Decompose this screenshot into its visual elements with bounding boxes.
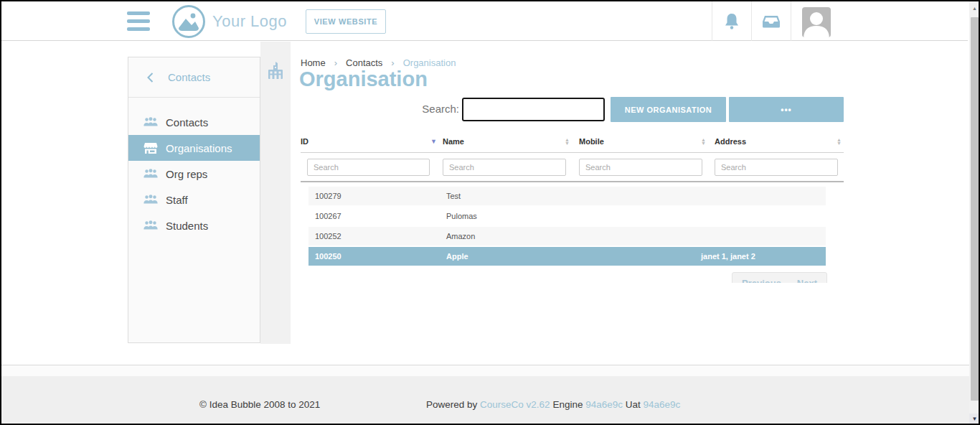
logo-text: Your Logo [212,12,287,31]
user-avatar[interactable] [802,7,831,37]
pagination-previous-button[interactable]: Previous [742,278,781,284]
scrollbar-thumb[interactable] [971,17,979,401]
sort-both-icon: ▲▼ [565,138,570,145]
column-header-name[interactable]: Name ▲▼ [443,134,570,149]
inbox-icon [762,14,781,29]
table-row[interactable]: 100267 Pulomas [308,207,826,225]
sort-both-icon: ▲▼ [837,138,842,145]
app-viewport: Your Logo VIEW WEBSITE [0,0,980,425]
table-row[interactable]: 100279 Test [308,187,826,205]
filter-input-mobile[interactable] [579,159,702,176]
pagination-next-button[interactable]: Next [797,278,817,284]
top-header: Your Logo VIEW WEBSITE [1,1,968,41]
people-group-icon [143,168,159,179]
sidebar-item-contacts[interactable]: Contacts [128,109,260,135]
new-organisation-button[interactable]: NEW ORGANISATION [611,97,726,122]
column-header-id[interactable]: ID ▼ [301,134,437,149]
scrollbar-up-icon[interactable]: ▲ [969,3,980,13]
header-divider [791,1,791,41]
people-group-icon [143,116,159,128]
school-building-icon[interactable] [268,62,283,80]
chevron-left-icon [147,73,154,83]
notifications-button[interactable] [712,1,751,41]
breadcrumb: Home › Contacts › Organisation [301,57,456,68]
table-filter-divider [301,181,844,182]
pagination: Previous Next [732,272,827,283]
view-website-button[interactable]: VIEW WEBSITE [306,9,386,34]
logo-image-icon [172,5,205,38]
sidebar-item-label: Students [166,220,208,232]
sidebar-item-label: Staff [166,194,188,206]
search-label: Search: [387,103,459,115]
column-header-address[interactable]: Address ▲▼ [715,134,842,149]
table-body: 100279 Test 100267 Pulomas 100252 Amazon… [301,185,844,283]
collapsed-nav-strip [260,42,291,344]
column-header-mobile[interactable]: Mobile ▲▼ [579,134,706,149]
logo[interactable]: Your Logo [172,5,287,38]
sidebar-item-label: Contacts [166,116,208,129]
footer-powered-by: Powered by CourseCo v2.62 Engine 94a6e9c… [426,399,680,410]
inbox-button[interactable] [752,1,791,41]
table-row-selected[interactable]: 100250 Apple janet 1, janet 2 [308,247,826,266]
filter-input-address[interactable] [715,159,838,176]
sidebar-item-label: Organisations [166,142,232,154]
sidebar-item-organisations[interactable]: Organisations [128,135,260,161]
table-header-divider [301,152,844,153]
bell-icon [724,13,740,30]
breadcrumb-current: Organisation [403,57,456,68]
breadcrumb-separator: › [334,57,337,68]
sort-both-icon: ▲▼ [701,138,706,145]
sidebar-back-header[interactable]: Contacts [128,57,260,98]
sidebar-item-students[interactable]: Students [128,212,260,238]
breadcrumb-home[interactable]: Home [301,57,326,68]
uat-hash-link[interactable]: 94a6e9c [644,399,681,410]
sort-desc-icon: ▼ [430,139,437,145]
breadcrumb-contacts[interactable]: Contacts [346,57,382,68]
store-icon [143,142,159,154]
hamburger-menu-icon[interactable] [127,11,150,31]
page-title: Organisation [299,67,428,91]
people-group-icon [143,220,159,231]
sidebar-item-org-reps[interactable]: Org reps [128,161,260,187]
sidebar-section-title: Contacts [168,71,210,83]
search-input[interactable] [462,98,605,121]
footer-copyright: © Idea Bubble 2008 to 2021 [199,399,320,410]
breadcrumb-separator: › [391,57,394,68]
sidebar-item-label: Org reps [166,168,207,180]
person-icon [802,10,831,37]
courseco-version-link[interactable]: CourseCo v2.62 [480,399,550,410]
more-actions-button[interactable]: ••• [729,97,844,122]
table-row[interactable]: 100252 Amazon [308,227,826,246]
footer-light-strip [1,365,969,376]
engine-hash-link[interactable]: 94a6e9c [585,399,623,410]
filter-input-name[interactable] [443,159,566,176]
people-group-icon [143,194,159,205]
sidebar: Contacts Contacts Organisations Org reps [128,57,260,343]
sidebar-item-staff[interactable]: Staff [128,187,260,212]
scrollbar-down-icon[interactable]: ▼ [969,414,980,424]
filter-input-id[interactable] [307,159,430,176]
